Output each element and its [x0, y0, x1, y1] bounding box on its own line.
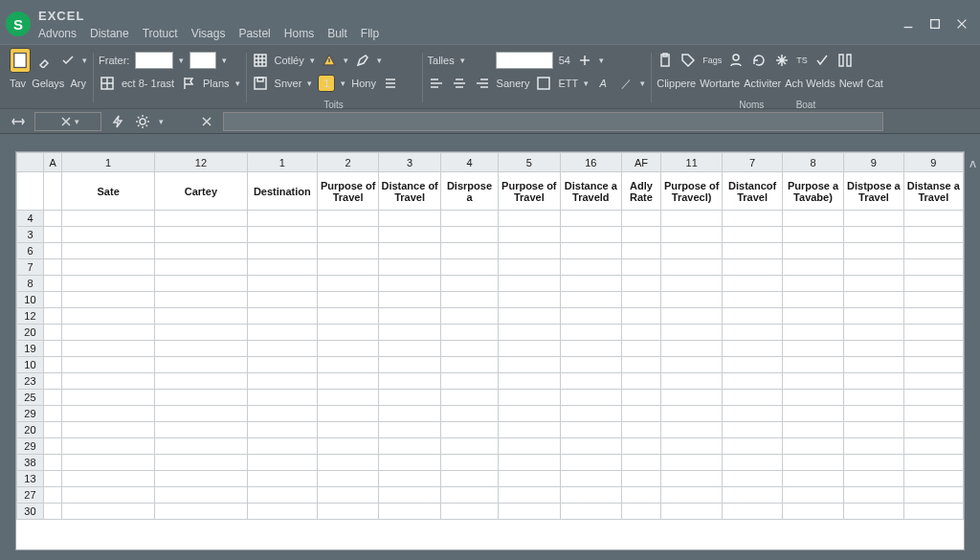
cell[interactable]: [499, 292, 561, 308]
cell[interactable]: [247, 504, 317, 520]
list-icon[interactable]: [382, 75, 399, 92]
cell[interactable]: [660, 243, 723, 259]
cell[interactable]: [499, 373, 561, 390]
cell[interactable]: [440, 487, 498, 504]
cell[interactable]: [62, 211, 155, 227]
cell[interactable]: [440, 455, 498, 471]
clipboard-icon[interactable]: [657, 52, 674, 69]
align-left-icon[interactable]: [428, 75, 445, 92]
window-close-icon[interactable]: [955, 17, 969, 31]
row-header[interactable]: 7: [17, 259, 44, 276]
column-header[interactable]: 3: [379, 153, 441, 172]
cell[interactable]: [622, 373, 661, 390]
dropdown-caret-icon[interactable]: ▾: [75, 117, 79, 126]
column-header[interactable]: 9: [844, 153, 903, 172]
cell[interactable]: [43, 373, 61, 390]
cell[interactable]: [844, 227, 903, 243]
cell[interactable]: [782, 292, 844, 308]
cell[interactable]: [622, 211, 661, 227]
cell[interactable]: [379, 390, 441, 406]
cell[interactable]: [782, 373, 844, 390]
cell[interactable]: [723, 438, 782, 455]
cell[interactable]: [560, 422, 622, 438]
column-header[interactable]: 1: [247, 153, 317, 172]
window-restore-icon[interactable]: [928, 17, 942, 31]
field-header-cell[interactable]: Sate: [62, 172, 155, 211]
expand-h-icon[interactable]: [10, 113, 27, 130]
dropdown-caret-icon[interactable]: ▾: [460, 56, 465, 65]
cell[interactable]: [723, 471, 782, 487]
cell[interactable]: [660, 504, 723, 520]
grid-icon[interactable]: [252, 52, 269, 69]
label-hony[interactable]: Hony: [351, 78, 376, 89]
cell[interactable]: [499, 390, 561, 406]
cell[interactable]: [440, 406, 498, 422]
cell[interactable]: [155, 504, 248, 520]
column-header[interactable]: 9: [903, 153, 963, 172]
label-ect[interactable]: ect 8- 1rast: [122, 78, 174, 89]
label-snver[interactable]: Snver: [275, 78, 302, 89]
cell[interactable]: [903, 504, 963, 520]
cell[interactable]: [62, 259, 155, 276]
cell[interactable]: [903, 438, 963, 455]
cell[interactable]: [155, 422, 248, 438]
cell[interactable]: [560, 325, 622, 341]
cell[interactable]: [247, 308, 317, 325]
person-icon[interactable]: [727, 52, 745, 69]
sparkle-icon[interactable]: [773, 52, 791, 69]
row-header[interactable]: 6: [17, 243, 44, 259]
cell[interactable]: [660, 471, 723, 487]
dropdown-caret-icon[interactable]: ▾: [235, 78, 240, 88]
row-header[interactable]: 8: [17, 276, 44, 292]
tag-icon[interactable]: [679, 52, 697, 69]
cell[interactable]: [903, 211, 963, 227]
cell[interactable]: [723, 276, 782, 292]
cell[interactable]: [379, 211, 441, 227]
cell[interactable]: [155, 227, 248, 243]
row-header[interactable]: 20: [17, 422, 44, 438]
cell[interactable]: [43, 487, 61, 504]
cell[interactable]: [43, 357, 61, 373]
cell[interactable]: [43, 243, 61, 259]
cell[interactable]: [317, 455, 379, 471]
spreadsheet-grid[interactable]: A1121234516AF117899 SateCarteyDestinatio…: [15, 151, 965, 550]
cell[interactable]: [499, 308, 561, 325]
checkmark-icon[interactable]: [813, 52, 831, 69]
cell[interactable]: [844, 455, 903, 471]
cell[interactable]: [782, 487, 844, 504]
dropdown-caret-icon[interactable]: ▾: [307, 78, 312, 88]
cell[interactable]: [660, 406, 723, 422]
cell[interactable]: [247, 406, 317, 422]
field-header-cell[interactable]: Distancof Travel: [723, 172, 782, 211]
cell[interactable]: [379, 471, 441, 487]
cell[interactable]: [155, 438, 248, 455]
cell[interactable]: [844, 211, 903, 227]
cell[interactable]: [903, 227, 963, 243]
cell[interactable]: [440, 390, 498, 406]
row-header[interactable]: 30: [17, 504, 44, 520]
cell[interactable]: [247, 471, 317, 487]
label-talles[interactable]: Talles: [428, 55, 455, 66]
lightning-icon[interactable]: [109, 113, 126, 130]
menu-trotuct[interactable]: Trotuct: [143, 27, 178, 40]
cell[interactable]: [622, 259, 661, 276]
cell[interactable]: [903, 390, 963, 406]
cell[interactable]: [903, 325, 963, 341]
menu-pastel[interactable]: Pastel: [238, 27, 270, 40]
cell[interactable]: [247, 227, 317, 243]
cell[interactable]: [660, 487, 723, 504]
cell[interactable]: [155, 211, 248, 227]
cell[interactable]: [782, 308, 844, 325]
cell[interactable]: [62, 227, 155, 243]
cell[interactable]: [247, 373, 317, 390]
cell[interactable]: [723, 422, 782, 438]
cell[interactable]: [622, 455, 661, 471]
cell[interactable]: [723, 390, 782, 406]
cell[interactable]: [62, 487, 155, 504]
cell[interactable]: [499, 487, 561, 504]
cell[interactable]: [440, 357, 498, 373]
cell[interactable]: [560, 373, 622, 390]
cell[interactable]: [622, 422, 661, 438]
cell[interactable]: [844, 438, 903, 455]
cell[interactable]: [379, 422, 441, 438]
